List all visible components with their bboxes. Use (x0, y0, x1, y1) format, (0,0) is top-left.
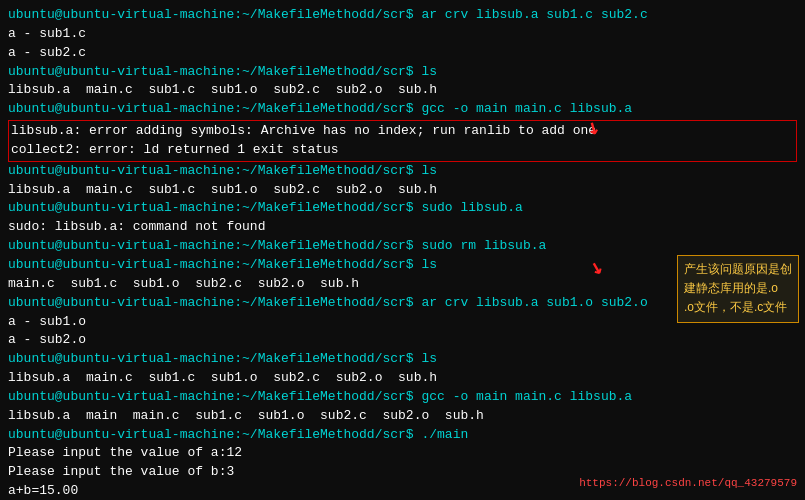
annotation-text: 产生该问题原因是创 建静态库用的是.o .o文件，不是.c文件 (684, 262, 792, 314)
line-11: ubuntu@ubuntu-virtual-machine:~/Makefile… (8, 199, 797, 218)
line-7: libsub.a: error adding symbols: Archive … (11, 122, 794, 141)
line-4: ubuntu@ubuntu-virtual-machine:~/Makefile… (8, 63, 797, 82)
line-3: a - sub2.c (8, 44, 797, 63)
error-box: libsub.a: error adding symbols: Archive … (8, 120, 797, 162)
line-6: ubuntu@ubuntu-virtual-machine:~/Makefile… (8, 100, 797, 119)
csdn-link[interactable]: https://blog.csdn.net/qq_43279579 (579, 476, 797, 492)
line-10: libsub.a main.c sub1.c sub1.o sub2.c sub… (8, 181, 797, 200)
line-12: sudo: libsub.a: command not found (8, 218, 797, 237)
line-18: a - sub2.o (8, 331, 797, 350)
terminal-window: ubuntu@ubuntu-virtual-machine:~/Makefile… (0, 0, 805, 500)
line-24: Please input the value of a:12 (8, 444, 797, 463)
csdn-link-text: https://blog.csdn.net/qq_43279579 (579, 477, 797, 489)
line-1: ubuntu@ubuntu-virtual-machine:~/Makefile… (8, 6, 797, 25)
line-20: libsub.a main.c sub1.c sub1.o sub2.c sub… (8, 369, 797, 388)
line-5: libsub.a main.c sub1.c sub1.o sub2.c sub… (8, 81, 797, 100)
line-21: ubuntu@ubuntu-virtual-machine:~/Makefile… (8, 388, 797, 407)
line-8: collect2: error: ld returned 1 exit stat… (11, 141, 794, 160)
line-23: ubuntu@ubuntu-virtual-machine:~/Makefile… (8, 426, 797, 445)
line-19: ubuntu@ubuntu-virtual-machine:~/Makefile… (8, 350, 797, 369)
line-22: libsub.a main main.c sub1.c sub1.o sub2.… (8, 407, 797, 426)
annotation-box: 产生该问题原因是创 建静态库用的是.o .o文件，不是.c文件 (677, 255, 799, 323)
line-13: ubuntu@ubuntu-virtual-machine:~/Makefile… (8, 237, 797, 256)
line-2: a - sub1.c (8, 25, 797, 44)
line-9: ubuntu@ubuntu-virtual-machine:~/Makefile… (8, 162, 797, 181)
